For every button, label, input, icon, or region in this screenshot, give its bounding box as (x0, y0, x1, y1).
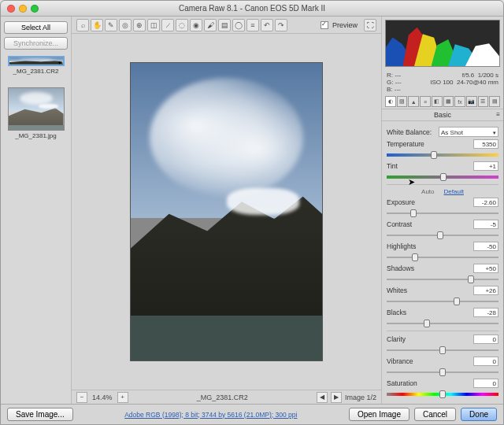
tab-snapshots[interactable]: ▤ (489, 96, 500, 107)
tint-slider[interactable] (387, 173, 498, 181)
default-link[interactable]: Default (444, 188, 464, 195)
panel-menu-icon[interactable]: ≡ (496, 111, 500, 118)
spot-removal-icon[interactable]: ◌ (176, 19, 188, 31)
fullscreen-icon[interactable]: ⛶ (364, 19, 376, 31)
preview-checkbox[interactable] (321, 21, 328, 29)
panel-tabs: ◐ ▨ ▲ ≡ ◧ ▦ fx 📷 ☰ ▤ (382, 94, 503, 109)
highlights-value[interactable]: -50 (473, 242, 498, 251)
thumbnail[interactable]: _MG_2381.jpg (4, 87, 68, 139)
color-sampler-icon[interactable]: ◎ (119, 19, 132, 31)
hand-tool-icon[interactable]: ✋ (91, 19, 103, 31)
tab-detail[interactable]: ▲ (408, 96, 419, 107)
contrast-slider[interactable] (387, 231, 498, 239)
select-all-button[interactable]: Select All (4, 21, 68, 34)
zoom-level: 14.4% (92, 394, 113, 401)
adjustment-brush-icon[interactable]: 🖌 (204, 19, 217, 31)
vibrance-value[interactable]: 0 (473, 357, 498, 366)
synchronize-button[interactable]: Synchronize... (4, 37, 68, 50)
save-image-button[interactable]: Save Image... (7, 408, 73, 421)
meta-iso: ISO 100 (430, 79, 453, 86)
main-preview-image[interactable] (130, 62, 323, 361)
highlights-slider[interactable] (387, 253, 498, 261)
saturation-value[interactable]: 0 (473, 379, 498, 388)
temperature-slider[interactable] (387, 151, 498, 159)
open-image-button[interactable]: Open Image (349, 408, 410, 421)
prev-image-button[interactable]: ◀ (317, 392, 328, 403)
clarity-slider[interactable] (387, 346, 498, 354)
image-counter: Image 1/2 (345, 394, 376, 401)
vibrance-slider[interactable] (387, 368, 498, 376)
preview-area: ⌕ ✋ ✎ ◎ ⊕ ◫ ⟋ ◌ ◉ 🖌 ▤ ◯ ≡ ↶ ↷ Preview ⛶ (72, 17, 381, 404)
done-button[interactable]: Done (461, 408, 497, 421)
whites-value[interactable]: +26 (473, 286, 498, 295)
prefs-icon[interactable]: ≡ (246, 19, 259, 31)
tab-curve[interactable]: ▨ (397, 96, 408, 107)
preview-label: Preview (332, 21, 358, 29)
tab-lens[interactable]: ▦ (443, 96, 454, 107)
zoom-in-button[interactable]: + (117, 392, 128, 403)
rotate-ccw-icon[interactable]: ↶ (261, 19, 273, 31)
histogram[interactable] (385, 20, 500, 67)
crop-tool-icon[interactable]: ◫ (147, 19, 160, 31)
meta-shutter: 1/200 s (478, 72, 498, 79)
cancel-button[interactable]: Cancel (414, 408, 456, 421)
white-balance-select[interactable]: As Shot (439, 127, 498, 137)
readout-g: --- (395, 79, 402, 86)
minimize-icon[interactable] (19, 5, 27, 13)
status-filename: _MG_2381.CR2 (133, 394, 312, 401)
wb-label: White Balance: (387, 128, 435, 136)
window-title: Camera Raw 8.1 - Canon EOS 5D Mark II (39, 4, 465, 13)
thumbnail-label: _MG_2381.jpg (4, 132, 68, 139)
adjustments-panel: R: ---G: ---B: --- f/5.6 1/200 sISO 100 … (381, 17, 503, 404)
tab-basic[interactable]: ◐ (385, 96, 396, 107)
meta-lens: 24-70@40 mm (457, 79, 498, 86)
clarity-value[interactable]: 0 (473, 334, 498, 344)
filmstrip: Select All Synchronize... _MG_2381.CR2 _… (1, 17, 72, 404)
zoom-tool-icon[interactable]: ⌕ (76, 19, 89, 31)
thumbnail-label: _MG_2381.CR2 (4, 68, 68, 75)
exposure-value[interactable]: -2.60 (473, 198, 498, 207)
contrast-value[interactable]: -5 (473, 220, 498, 229)
tab-camera[interactable]: 📷 (466, 96, 477, 107)
auto-link[interactable]: Auto (421, 188, 434, 195)
tab-hsl[interactable]: ≡ (420, 96, 431, 107)
titlebar: Camera Raw 8.1 - Canon EOS 5D Mark II (1, 1, 503, 17)
redeye-tool-icon[interactable]: ◉ (190, 19, 202, 31)
shadows-slider[interactable] (387, 275, 498, 283)
thumbnail[interactable]: _MG_2381.CR2 (4, 56, 68, 75)
zoom-icon[interactable] (31, 5, 39, 13)
close-icon[interactable] (7, 5, 15, 13)
targeted-adjust-icon[interactable]: ⊕ (133, 19, 146, 31)
whites-slider[interactable] (387, 298, 498, 305)
status-bar: − 14.4% + _MG_2381.CR2 ◀ ▶ Image 1/2 (72, 390, 381, 404)
footer: Save Image... Adobe RGB (1998); 8 bit; 3… (1, 404, 503, 424)
blacks-slider[interactable] (387, 320, 498, 327)
rotate-cw-icon[interactable]: ↷ (275, 19, 287, 31)
tab-fx[interactable]: fx (454, 96, 465, 107)
zoom-out-button[interactable]: − (76, 392, 87, 403)
saturation-slider[interactable] (387, 390, 498, 398)
tint-value[interactable]: +1 (473, 161, 498, 171)
radial-filter-icon[interactable]: ◯ (232, 19, 245, 31)
straighten-tool-icon[interactable]: ⟋ (161, 19, 174, 31)
app-window: Camera Raw 8.1 - Canon EOS 5D Mark II Se… (0, 0, 504, 425)
white-balance-tool-icon[interactable]: ✎ (105, 19, 117, 31)
toolbar: ⌕ ✋ ✎ ◎ ⊕ ◫ ⟋ ◌ ◉ 🖌 ▤ ◯ ≡ ↶ ↷ Preview ⛶ (72, 17, 381, 34)
exposure-slider[interactable] (387, 209, 498, 217)
next-image-button[interactable]: ▶ (331, 392, 342, 403)
tab-split[interactable]: ◧ (432, 96, 443, 107)
readout-r: --- (395, 72, 401, 79)
tab-presets[interactable]: ☰ (478, 96, 489, 107)
workflow-options-link[interactable]: Adobe RGB (1998); 8 bit; 3744 by 5616 (2… (78, 411, 344, 419)
temperature-value[interactable]: 5350 (473, 139, 498, 149)
panel-title: Basic≡ (382, 109, 503, 121)
graduated-filter-icon[interactable]: ▤ (218, 19, 231, 31)
readout-b: --- (395, 86, 401, 93)
blacks-value[interactable]: -28 (473, 308, 498, 317)
meta-aperture: f/5.6 (462, 72, 475, 79)
shadows-value[interactable]: +50 (473, 264, 498, 273)
